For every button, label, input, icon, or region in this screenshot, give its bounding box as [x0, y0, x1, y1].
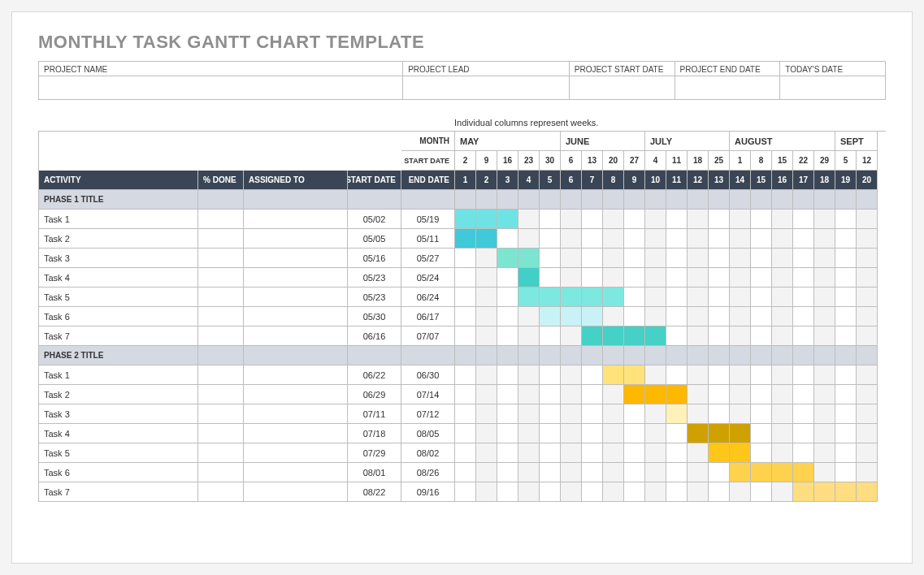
- task-end-date[interactable]: 07/12: [401, 404, 455, 424]
- phase-assigned[interactable]: [244, 346, 348, 365]
- task-pct-done[interactable]: [198, 463, 244, 482]
- task-assigned[interactable]: [244, 307, 348, 326]
- task-name[interactable]: Task 2: [39, 229, 198, 249]
- task-pct-done[interactable]: [198, 443, 244, 463]
- task-name[interactable]: Task 3: [39, 404, 198, 424]
- week-number: 12: [688, 171, 709, 190]
- task-pct-done[interactable]: [198, 326, 244, 346]
- task-pct-done[interactable]: [198, 482, 244, 502]
- task-start-date[interactable]: 06/29: [348, 385, 401, 404]
- task-name[interactable]: Task 1: [39, 210, 198, 229]
- task-name[interactable]: Task 3: [39, 249, 198, 268]
- phase-start[interactable]: [348, 190, 401, 210]
- task-start-date[interactable]: 08/01: [348, 463, 401, 482]
- task-end-date[interactable]: 05/19: [401, 210, 455, 229]
- gantt-cell: [645, 268, 666, 288]
- task-assigned[interactable]: [244, 385, 348, 404]
- task-end-date[interactable]: 07/14: [401, 385, 455, 404]
- task-end-date[interactable]: 08/05: [401, 424, 455, 443]
- week-start-date: 30: [540, 151, 561, 171]
- task-assigned[interactable]: [244, 463, 348, 482]
- task-name[interactable]: Task 4: [39, 424, 198, 443]
- gantt-cell: [772, 463, 793, 482]
- project-lead-input[interactable]: [403, 76, 569, 99]
- gantt-cell: [518, 307, 540, 326]
- task-end-date[interactable]: 05/27: [401, 249, 455, 268]
- task-pct-done[interactable]: [198, 288, 244, 307]
- gantt-cell: [772, 210, 793, 229]
- phase-end[interactable]: [401, 190, 455, 210]
- task-end-date[interactable]: 08/26: [401, 463, 455, 482]
- task-pct-done[interactable]: [198, 268, 244, 288]
- task-assigned[interactable]: [244, 288, 348, 307]
- task-name[interactable]: Task 2: [39, 385, 198, 404]
- task-pct-done[interactable]: [198, 385, 244, 404]
- task-start-date[interactable]: 05/30: [348, 307, 401, 326]
- task-start-date[interactable]: 07/11: [348, 404, 401, 424]
- task-start-date[interactable]: 05/05: [348, 229, 401, 249]
- task-name[interactable]: Task 1: [39, 365, 198, 385]
- phase-start[interactable]: [348, 346, 401, 365]
- project-name-input[interactable]: [39, 76, 402, 99]
- task-name[interactable]: Task 5: [39, 443, 198, 463]
- task-assigned[interactable]: [244, 443, 348, 463]
- task-start-date[interactable]: 07/29: [348, 443, 401, 463]
- task-start-date[interactable]: 05/23: [348, 288, 401, 307]
- gantt-cell: [561, 346, 582, 365]
- gantt-cell: [772, 190, 793, 210]
- task-end-date[interactable]: 05/11: [401, 229, 455, 249]
- task-assigned[interactable]: [244, 404, 348, 424]
- task-start-date[interactable]: 06/16: [348, 326, 401, 346]
- task-pct-done[interactable]: [198, 307, 244, 326]
- today-input[interactable]: [780, 76, 885, 99]
- task-start-date[interactable]: 06/22: [348, 365, 401, 385]
- project-end-input[interactable]: [675, 76, 780, 99]
- phase-assigned[interactable]: [244, 190, 348, 210]
- task-start-date[interactable]: 07/18: [348, 424, 401, 443]
- task-name[interactable]: Task 6: [39, 307, 198, 326]
- task-end-date[interactable]: 06/17: [401, 307, 455, 326]
- task-pct-done[interactable]: [198, 365, 244, 385]
- gantt-cell: [772, 404, 793, 424]
- project-start-input[interactable]: [570, 76, 675, 99]
- task-assigned[interactable]: [244, 424, 348, 443]
- gantt-cell: [540, 463, 561, 482]
- task-assigned[interactable]: [244, 482, 348, 502]
- task-assigned[interactable]: [244, 210, 348, 229]
- task-pct-done[interactable]: [198, 249, 244, 268]
- task-end-date[interactable]: 09/16: [401, 482, 455, 502]
- phase-pct[interactable]: [198, 190, 244, 210]
- task-end-date[interactable]: 05/24: [401, 268, 455, 288]
- task-end-date[interactable]: 07/07: [401, 326, 455, 346]
- task-name[interactable]: Task 5: [39, 288, 198, 307]
- week-number: 17: [793, 171, 814, 190]
- task-pct-done[interactable]: [198, 229, 244, 249]
- task-assigned[interactable]: [244, 229, 348, 249]
- task-name[interactable]: Task 7: [39, 482, 198, 502]
- task-name[interactable]: Task 6: [39, 463, 198, 482]
- task-pct-done[interactable]: [198, 210, 244, 229]
- task-start-date[interactable]: 08/22: [348, 482, 401, 502]
- week-start-label: WEEK START DATE: [401, 151, 455, 171]
- task-end-date[interactable]: 08/02: [401, 443, 455, 463]
- task-pct-done[interactable]: [198, 424, 244, 443]
- task-start-date[interactable]: 05/16: [348, 249, 401, 268]
- task-start-date[interactable]: 05/02: [348, 210, 401, 229]
- task-pct-done[interactable]: [198, 404, 244, 424]
- gantt-cell: [455, 346, 476, 365]
- task-name[interactable]: Task 7: [39, 326, 198, 346]
- task-end-date[interactable]: 06/30: [401, 365, 455, 385]
- phase-end[interactable]: [401, 346, 455, 365]
- gantt-cell: [476, 365, 497, 385]
- task-assigned[interactable]: [244, 268, 348, 288]
- gantt-cell: [455, 190, 476, 210]
- task-assigned[interactable]: [244, 326, 348, 346]
- phase-pct[interactable]: [198, 346, 244, 365]
- gantt-cell: [476, 346, 497, 365]
- task-name[interactable]: Task 4: [39, 268, 198, 288]
- task-assigned[interactable]: [244, 365, 348, 385]
- gantt-cell: [751, 288, 772, 307]
- task-start-date[interactable]: 05/23: [348, 268, 401, 288]
- task-end-date[interactable]: 06/24: [401, 288, 455, 307]
- task-assigned[interactable]: [244, 249, 348, 268]
